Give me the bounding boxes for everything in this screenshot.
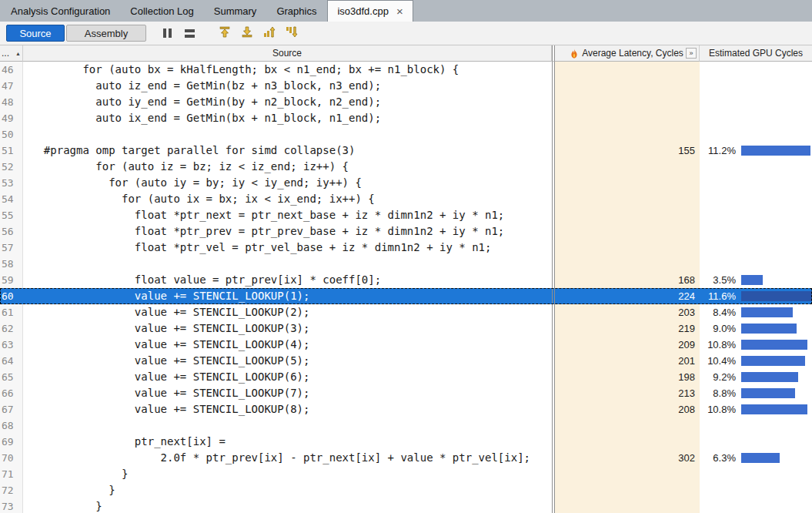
source-code — [23, 256, 552, 272]
source-row-48[interactable]: 48 auto iy_end = GetMin(by + n2_block, n… — [0, 94, 812, 110]
latency-value — [555, 482, 700, 498]
source-row-47[interactable]: 47 auto iz_end = GetMin(bz + n3_block, n… — [0, 78, 812, 94]
source-row-72[interactable]: 72 } — [0, 482, 812, 498]
tab-close-icon[interactable]: × — [396, 5, 403, 17]
column-header-latency[interactable]: Average Latency, Cycles » — [555, 45, 700, 62]
source-code: #pragma omp target parallel for simd col… — [23, 142, 552, 159]
go-to-prev-hotspot-button[interactable] — [214, 24, 235, 42]
source-row-49[interactable]: 49 auto ix_end = GetMin(bx + n1_block, n… — [0, 110, 812, 126]
go-to-prev-function-hotspot-button[interactable] — [259, 24, 279, 42]
latency-value — [555, 110, 700, 126]
latency-value: 198 — [555, 369, 700, 385]
gpu-cycles-cell — [700, 110, 812, 126]
column-header-source[interactable]: Source — [23, 45, 552, 62]
source-row-52[interactable]: 52 for (auto iz = bz; iz < iz_end; iz++)… — [0, 159, 812, 175]
source-row-56[interactable]: 56 float *ptr_prev = ptr_prev_base + iz … — [0, 223, 812, 240]
line-number: 49 — [0, 110, 23, 126]
source-row-53[interactable]: 53 for (auto iy = by; iy < iy_end; iy++)… — [0, 175, 812, 191]
source-row-71[interactable]: 71 } — [0, 466, 812, 482]
line-number: 50 — [0, 126, 23, 142]
source-code: float value = ptr_prev[ix] * coeff[0]; — [23, 272, 552, 288]
latency-value — [555, 417, 700, 434]
column-header-latency-label: Average Latency, Cycles — [582, 48, 683, 59]
latency-value — [555, 126, 700, 142]
column-header-line-label: ... — [2, 48, 9, 59]
tab-label: iso3dfd.cpp — [337, 5, 389, 17]
flame-icon — [570, 49, 578, 59]
go-to-next-function-hotspot-button[interactable] — [281, 24, 302, 42]
source-row-73[interactable]: 73 } — [0, 498, 812, 513]
tab-analysis-configuration[interactable]: Analysis Configuration — [2, 0, 119, 22]
source-code: value += STENCIL_LOOKUP(5); — [23, 353, 552, 369]
column-header-gpu-label: Estimated GPU Cycles — [709, 48, 803, 59]
source-row-61[interactable]: 61 value += STENCIL_LOOKUP(2);2038.4% — [0, 304, 812, 320]
expand-columns-icon[interactable]: » — [686, 48, 697, 59]
source-code: value += STENCIL_LOOKUP(8); — [23, 401, 552, 417]
source-row-63[interactable]: 63 value += STENCIL_LOOKUP(4);20910.8% — [0, 337, 812, 353]
line-number: 61 — [0, 304, 23, 320]
source-row-64[interactable]: 64 value += STENCIL_LOOKUP(5);20110.4% — [0, 353, 812, 369]
column-header-gpu[interactable]: Estimated GPU Cycles — [700, 45, 812, 62]
column-header-line[interactable]: ... ▲ — [0, 45, 23, 62]
gpu-cycles-cell — [700, 94, 812, 110]
go-to-next-hotspot-button[interactable] — [236, 24, 257, 42]
tab-collection-log[interactable]: Collection Log — [121, 0, 202, 22]
gpu-cycles-cell — [700, 126, 812, 142]
source-row-60[interactable]: 60 value += STENCIL_LOOKUP(1);22411.6% — [0, 288, 812, 304]
source-row-65[interactable]: 65 value += STENCIL_LOOKUP(6);1989.2% — [0, 369, 812, 385]
source-row-69[interactable]: 69 ptr_next[ix] = — [0, 434, 812, 450]
source-row-57[interactable]: 57 float *ptr_vel = ptr_vel_base + iz * … — [0, 240, 812, 256]
source-code: value += STENCIL_LOOKUP(7); — [23, 385, 552, 401]
source-code: 2.0f * ptr_prev[ix] - ptr_next[ix] + val… — [23, 450, 552, 466]
source-view-button[interactable]: Source — [6, 25, 65, 42]
gpu-cycles-cell: 6.3% — [700, 450, 812, 466]
source-row-67[interactable]: 67 value += STENCIL_LOOKUP(8);20810.8% — [0, 401, 812, 417]
gpu-percent: 10.4% — [700, 355, 736, 367]
source-row-58[interactable]: 58 — [0, 256, 812, 272]
gpu-percent: 8.8% — [700, 387, 736, 399]
source-row-55[interactable]: 55 float *ptr_next = ptr_next_base + iz … — [0, 207, 812, 223]
gpu-cycles-cell: 3.5% — [700, 272, 812, 288]
latency-value: 302 — [555, 450, 700, 466]
source-row-66[interactable]: 66 value += STENCIL_LOOKUP(7);2138.8% — [0, 385, 812, 401]
source-code: for (auto iy = by; iy < iy_end; iy++) { — [23, 175, 552, 191]
gpu-cycles-cell — [700, 417, 812, 434]
source-row-54[interactable]: 54 for (auto ix = bx; ix < ix_end; ix++)… — [0, 191, 812, 207]
source-row-62[interactable]: 62 value += STENCIL_LOOKUP(3);2199.0% — [0, 320, 812, 337]
assembly-view-button[interactable]: Assembly — [66, 25, 146, 42]
latency-value: 213 — [555, 385, 700, 401]
line-number: 64 — [0, 353, 23, 369]
gpu-percent: 8.4% — [700, 307, 736, 318]
source-code: } — [23, 466, 552, 482]
gpu-cycles-cell: 9.0% — [700, 320, 812, 337]
gpu-cycles-cell: 11.2% — [700, 142, 812, 159]
tab-iso3dfd-cpp[interactable]: iso3dfd.cpp× — [327, 0, 413, 22]
tab-label: Summary — [214, 5, 257, 17]
source-row-68[interactable]: 68 — [0, 417, 812, 434]
column-header-source-label: Source — [272, 48, 302, 59]
profiler-window: Analysis ConfigurationCollection LogSumm… — [0, 0, 812, 513]
gpu-cycles-cell: 11.6% — [700, 288, 812, 304]
latency-value — [555, 78, 700, 94]
latency-value — [555, 94, 700, 110]
source-row-50[interactable]: 50 — [0, 126, 812, 142]
side-by-side-panes-button[interactable] — [157, 24, 178, 42]
line-number: 68 — [0, 417, 23, 434]
gpu-cycles-bar — [741, 340, 807, 350]
source-code: } — [23, 482, 552, 498]
gpu-cycles-cell: 8.8% — [700, 385, 812, 401]
gpu-cycles-cell: 8.4% — [700, 304, 812, 320]
tab-summary[interactable]: Summary — [205, 0, 266, 22]
stacked-panes-button[interactable] — [179, 24, 200, 42]
source-row-70[interactable]: 70 2.0f * ptr_prev[ix] - ptr_next[ix] + … — [0, 450, 812, 466]
latency-value — [555, 223, 700, 240]
source-row-51[interactable]: 51 #pragma omp target parallel for simd … — [0, 142, 812, 159]
source-row-46[interactable]: 46 for (auto bx = kHalfLength; bx < n1_e… — [0, 62, 812, 78]
gpu-cycles-cell — [700, 207, 812, 223]
gpu-cycles-cell — [700, 223, 812, 240]
source-code: value += STENCIL_LOOKUP(6); — [23, 369, 552, 385]
latency-value — [555, 434, 700, 450]
tab-graphics[interactable]: Graphics — [267, 0, 326, 22]
source-row-59[interactable]: 59 float value = ptr_prev[ix] * coeff[0]… — [0, 272, 812, 288]
line-number: 71 — [0, 466, 23, 482]
